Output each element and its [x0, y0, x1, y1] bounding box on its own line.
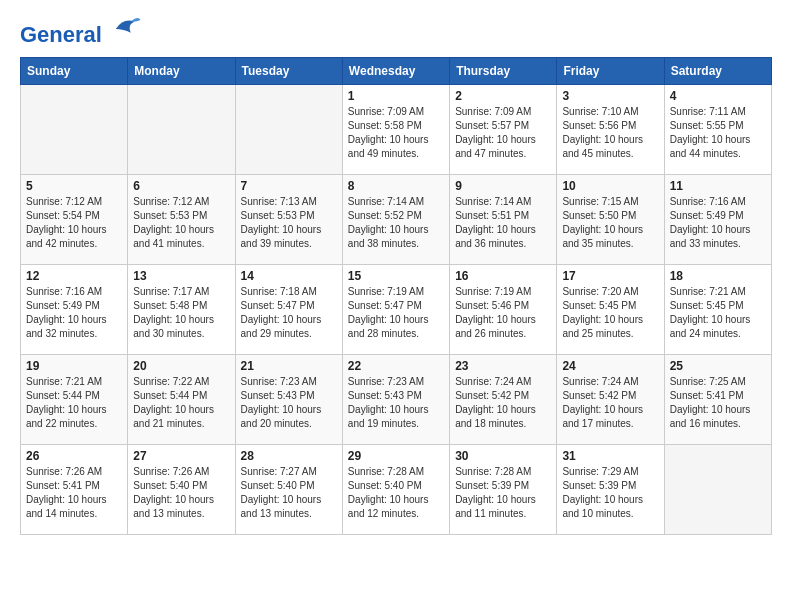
day-info: Sunrise: 7:13 AMSunset: 5:53 PMDaylight:…	[241, 195, 337, 251]
day-number: 19	[26, 359, 122, 373]
calendar-day-cell: 20Sunrise: 7:22 AMSunset: 5:44 PMDayligh…	[128, 355, 235, 445]
calendar-week-row: 19Sunrise: 7:21 AMSunset: 5:44 PMDayligh…	[21, 355, 772, 445]
day-info: Sunrise: 7:15 AMSunset: 5:50 PMDaylight:…	[562, 195, 658, 251]
calendar-day-header: Wednesday	[342, 58, 449, 85]
day-number: 15	[348, 269, 444, 283]
calendar-day-cell: 18Sunrise: 7:21 AMSunset: 5:45 PMDayligh…	[664, 265, 771, 355]
day-info: Sunrise: 7:16 AMSunset: 5:49 PMDaylight:…	[26, 285, 122, 341]
day-number: 3	[562, 89, 658, 103]
calendar-day-cell: 16Sunrise: 7:19 AMSunset: 5:46 PMDayligh…	[450, 265, 557, 355]
day-number: 21	[241, 359, 337, 373]
calendar-table: SundayMondayTuesdayWednesdayThursdayFrid…	[20, 57, 772, 535]
calendar-day-header: Sunday	[21, 58, 128, 85]
calendar-day-cell: 12Sunrise: 7:16 AMSunset: 5:49 PMDayligh…	[21, 265, 128, 355]
calendar-day-cell: 13Sunrise: 7:17 AMSunset: 5:48 PMDayligh…	[128, 265, 235, 355]
day-info: Sunrise: 7:14 AMSunset: 5:51 PMDaylight:…	[455, 195, 551, 251]
day-number: 2	[455, 89, 551, 103]
calendar-day-cell: 30Sunrise: 7:28 AMSunset: 5:39 PMDayligh…	[450, 445, 557, 535]
calendar-day-cell: 9Sunrise: 7:14 AMSunset: 5:51 PMDaylight…	[450, 175, 557, 265]
calendar-day-cell: 19Sunrise: 7:21 AMSunset: 5:44 PMDayligh…	[21, 355, 128, 445]
day-number: 31	[562, 449, 658, 463]
calendar-day-cell: 21Sunrise: 7:23 AMSunset: 5:43 PMDayligh…	[235, 355, 342, 445]
calendar-day-cell: 5Sunrise: 7:12 AMSunset: 5:54 PMDaylight…	[21, 175, 128, 265]
day-number: 1	[348, 89, 444, 103]
day-info: Sunrise: 7:24 AMSunset: 5:42 PMDaylight:…	[455, 375, 551, 431]
day-number: 10	[562, 179, 658, 193]
calendar-day-cell: 17Sunrise: 7:20 AMSunset: 5:45 PMDayligh…	[557, 265, 664, 355]
calendar-week-row: 26Sunrise: 7:26 AMSunset: 5:41 PMDayligh…	[21, 445, 772, 535]
calendar-day-cell: 22Sunrise: 7:23 AMSunset: 5:43 PMDayligh…	[342, 355, 449, 445]
calendar-day-cell: 29Sunrise: 7:28 AMSunset: 5:40 PMDayligh…	[342, 445, 449, 535]
logo: General	[20, 20, 142, 47]
day-number: 17	[562, 269, 658, 283]
day-info: Sunrise: 7:21 AMSunset: 5:45 PMDaylight:…	[670, 285, 766, 341]
day-info: Sunrise: 7:10 AMSunset: 5:56 PMDaylight:…	[562, 105, 658, 161]
day-number: 12	[26, 269, 122, 283]
day-number: 29	[348, 449, 444, 463]
calendar-day-cell: 28Sunrise: 7:27 AMSunset: 5:40 PMDayligh…	[235, 445, 342, 535]
day-info: Sunrise: 7:14 AMSunset: 5:52 PMDaylight:…	[348, 195, 444, 251]
day-number: 22	[348, 359, 444, 373]
day-info: Sunrise: 7:28 AMSunset: 5:39 PMDaylight:…	[455, 465, 551, 521]
calendar-day-header: Thursday	[450, 58, 557, 85]
calendar-day-header: Friday	[557, 58, 664, 85]
day-number: 30	[455, 449, 551, 463]
calendar-day-cell: 11Sunrise: 7:16 AMSunset: 5:49 PMDayligh…	[664, 175, 771, 265]
day-info: Sunrise: 7:17 AMSunset: 5:48 PMDaylight:…	[133, 285, 229, 341]
calendar-day-cell: 3Sunrise: 7:10 AMSunset: 5:56 PMDaylight…	[557, 85, 664, 175]
logo-bird-icon	[112, 12, 142, 42]
day-info: Sunrise: 7:11 AMSunset: 5:55 PMDaylight:…	[670, 105, 766, 161]
calendar-day-cell: 23Sunrise: 7:24 AMSunset: 5:42 PMDayligh…	[450, 355, 557, 445]
day-info: Sunrise: 7:24 AMSunset: 5:42 PMDaylight:…	[562, 375, 658, 431]
calendar-day-cell: 4Sunrise: 7:11 AMSunset: 5:55 PMDaylight…	[664, 85, 771, 175]
day-info: Sunrise: 7:19 AMSunset: 5:47 PMDaylight:…	[348, 285, 444, 341]
calendar-day-cell: 27Sunrise: 7:26 AMSunset: 5:40 PMDayligh…	[128, 445, 235, 535]
day-info: Sunrise: 7:25 AMSunset: 5:41 PMDaylight:…	[670, 375, 766, 431]
day-info: Sunrise: 7:29 AMSunset: 5:39 PMDaylight:…	[562, 465, 658, 521]
day-info: Sunrise: 7:16 AMSunset: 5:49 PMDaylight:…	[670, 195, 766, 251]
day-number: 8	[348, 179, 444, 193]
day-number: 7	[241, 179, 337, 193]
day-info: Sunrise: 7:19 AMSunset: 5:46 PMDaylight:…	[455, 285, 551, 341]
day-info: Sunrise: 7:12 AMSunset: 5:54 PMDaylight:…	[26, 195, 122, 251]
day-number: 9	[455, 179, 551, 193]
calendar-day-cell: 15Sunrise: 7:19 AMSunset: 5:47 PMDayligh…	[342, 265, 449, 355]
day-info: Sunrise: 7:27 AMSunset: 5:40 PMDaylight:…	[241, 465, 337, 521]
day-info: Sunrise: 7:20 AMSunset: 5:45 PMDaylight:…	[562, 285, 658, 341]
day-info: Sunrise: 7:22 AMSunset: 5:44 PMDaylight:…	[133, 375, 229, 431]
calendar-week-row: 12Sunrise: 7:16 AMSunset: 5:49 PMDayligh…	[21, 265, 772, 355]
page-header: General	[20, 20, 772, 47]
calendar-day-cell: 26Sunrise: 7:26 AMSunset: 5:41 PMDayligh…	[21, 445, 128, 535]
day-info: Sunrise: 7:12 AMSunset: 5:53 PMDaylight:…	[133, 195, 229, 251]
calendar-day-cell	[21, 85, 128, 175]
day-number: 11	[670, 179, 766, 193]
day-number: 14	[241, 269, 337, 283]
calendar-day-cell: 2Sunrise: 7:09 AMSunset: 5:57 PMDaylight…	[450, 85, 557, 175]
day-info: Sunrise: 7:18 AMSunset: 5:47 PMDaylight:…	[241, 285, 337, 341]
day-info: Sunrise: 7:26 AMSunset: 5:41 PMDaylight:…	[26, 465, 122, 521]
day-info: Sunrise: 7:28 AMSunset: 5:40 PMDaylight:…	[348, 465, 444, 521]
day-number: 6	[133, 179, 229, 193]
day-number: 25	[670, 359, 766, 373]
calendar-week-row: 5Sunrise: 7:12 AMSunset: 5:54 PMDaylight…	[21, 175, 772, 265]
day-number: 13	[133, 269, 229, 283]
calendar-day-cell: 25Sunrise: 7:25 AMSunset: 5:41 PMDayligh…	[664, 355, 771, 445]
calendar-body: 1Sunrise: 7:09 AMSunset: 5:58 PMDaylight…	[21, 85, 772, 535]
day-number: 4	[670, 89, 766, 103]
day-number: 20	[133, 359, 229, 373]
calendar-header-row: SundayMondayTuesdayWednesdayThursdayFrid…	[21, 58, 772, 85]
day-number: 27	[133, 449, 229, 463]
calendar-day-cell: 7Sunrise: 7:13 AMSunset: 5:53 PMDaylight…	[235, 175, 342, 265]
day-number: 28	[241, 449, 337, 463]
calendar-day-cell: 31Sunrise: 7:29 AMSunset: 5:39 PMDayligh…	[557, 445, 664, 535]
day-info: Sunrise: 7:23 AMSunset: 5:43 PMDaylight:…	[241, 375, 337, 431]
day-info: Sunrise: 7:09 AMSunset: 5:58 PMDaylight:…	[348, 105, 444, 161]
day-info: Sunrise: 7:26 AMSunset: 5:40 PMDaylight:…	[133, 465, 229, 521]
calendar-day-cell	[235, 85, 342, 175]
calendar-day-cell: 24Sunrise: 7:24 AMSunset: 5:42 PMDayligh…	[557, 355, 664, 445]
day-info: Sunrise: 7:09 AMSunset: 5:57 PMDaylight:…	[455, 105, 551, 161]
day-info: Sunrise: 7:23 AMSunset: 5:43 PMDaylight:…	[348, 375, 444, 431]
day-number: 5	[26, 179, 122, 193]
day-number: 16	[455, 269, 551, 283]
day-number: 23	[455, 359, 551, 373]
